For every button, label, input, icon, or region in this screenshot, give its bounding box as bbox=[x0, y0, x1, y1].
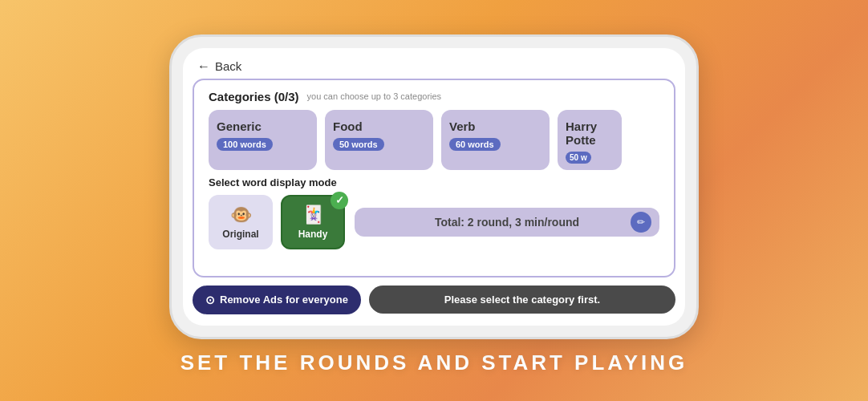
category-badge: 50 w bbox=[566, 152, 591, 164]
mode-title: Select word display mode bbox=[209, 176, 659, 188]
original-mode-icon: 🐵 bbox=[230, 205, 252, 225]
category-card-harry[interactable]: Harry Potte 50 w bbox=[558, 110, 622, 170]
category-badge: 100 words bbox=[217, 138, 273, 151]
category-name: Harry Potte bbox=[566, 119, 614, 147]
category-badge: 50 words bbox=[333, 138, 384, 151]
remove-ads-icon: ⊙ bbox=[205, 294, 215, 306]
categories-header: Categories (0/3) you can choose up to 3 … bbox=[209, 85, 659, 103]
phone-screen: ← Back Categories (0/3) you can choose u… bbox=[183, 48, 685, 326]
mode-options: 🐵 Original 🃏 Handy ✓ bbox=[209, 195, 345, 249]
back-button[interactable]: Back bbox=[215, 59, 241, 73]
footer-title: SET THE ROUNDS AND START PLAYING bbox=[180, 350, 688, 375]
select-category-label: Please select the category first. bbox=[444, 294, 600, 306]
bottom-bar: ⊙ Remove Ads for everyone Please select … bbox=[183, 286, 685, 326]
edit-icon: ✏ bbox=[637, 217, 645, 228]
screen-content: Categories (0/3) you can choose up to 3 … bbox=[193, 79, 675, 277]
mode-section: Select word display mode 🐵 Original 🃏 bbox=[209, 176, 659, 249]
edit-button[interactable]: ✏ bbox=[631, 212, 651, 233]
category-name: Verb bbox=[449, 119, 476, 133]
select-category-button[interactable]: Please select the category first. bbox=[369, 286, 675, 314]
mode-row: 🐵 Original 🃏 Handy ✓ bbox=[209, 195, 659, 249]
handy-mode-icon: 🃏 bbox=[302, 205, 324, 225]
categories-hint: you can choose up to 3 categories bbox=[307, 91, 442, 101]
category-card-generic[interactable]: Generic 100 words bbox=[209, 110, 317, 170]
category-card-verb[interactable]: Verb 60 words bbox=[441, 110, 550, 170]
total-text: Total: 2 round, 3 min/round bbox=[435, 216, 579, 229]
back-bar: ← Back bbox=[183, 48, 685, 79]
category-badge: 60 words bbox=[449, 138, 501, 151]
remove-ads-label: Remove Ads for everyone bbox=[220, 294, 348, 306]
handy-mode-label: Handy bbox=[298, 229, 328, 240]
phone-frame: ← Back Categories (0/3) you can choose u… bbox=[169, 34, 699, 339]
categories-title: Categories (0/3) bbox=[209, 90, 299, 103]
total-box: Total: 2 round, 3 min/round ✏ bbox=[355, 208, 659, 237]
mode-card-handy[interactable]: 🃏 Handy ✓ bbox=[281, 195, 345, 249]
mode-card-original[interactable]: 🐵 Original bbox=[209, 195, 273, 249]
checkmark-badge: ✓ bbox=[331, 192, 348, 209]
category-name: Food bbox=[333, 119, 363, 133]
categories-grid: Generic 100 words Food 50 words Verb 60 … bbox=[209, 110, 659, 170]
category-name: Generic bbox=[217, 119, 262, 133]
phone-wrapper: ← Back Categories (0/3) you can choose u… bbox=[169, 34, 699, 339]
remove-ads-button[interactable]: ⊙ Remove Ads for everyone bbox=[193, 286, 361, 314]
back-arrow-icon: ← bbox=[197, 59, 210, 74]
category-card-food[interactable]: Food 50 words bbox=[325, 110, 433, 170]
original-mode-label: Original bbox=[222, 229, 258, 240]
